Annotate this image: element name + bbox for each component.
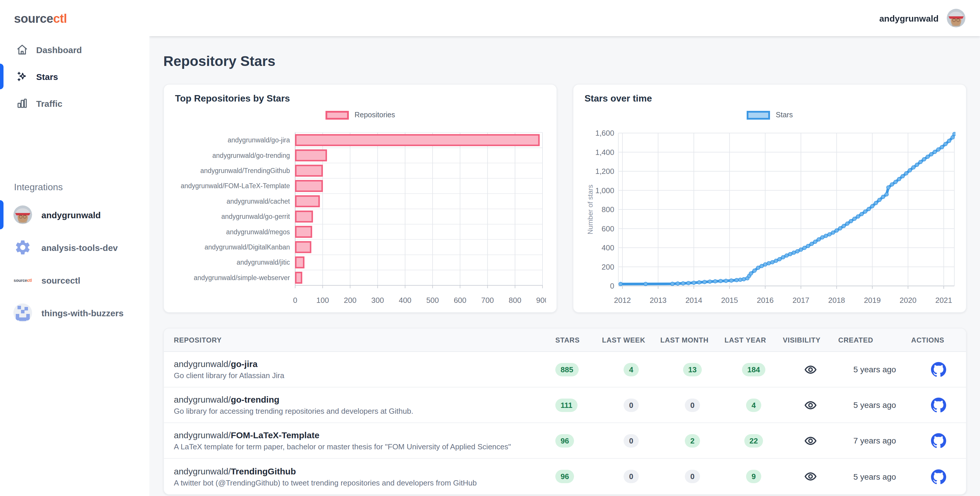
last-week-cell: 0 [602,434,660,447]
page-content: Repository Stars Top Repositories by Sta… [150,36,980,495]
svg-text:800: 800 [602,205,614,214]
repository-link[interactable]: andygrunwald/FOM-LaTeX-Template [174,430,555,440]
sidebar-item-label: Dashboard [36,45,82,54]
line-chart: 02004006008001,0001,2001,4001,6002012201… [584,121,956,313]
column-header-visibility: Visibility [783,336,838,344]
sidebar-item-traffic[interactable]: Traffic [0,90,150,117]
visibility-eye-icon[interactable] [804,363,817,376]
topbar: andygrunwald [150,0,980,36]
brand-logo[interactable]: sourcectl [0,0,150,36]
visibility-cell [783,363,838,376]
repository-description: A LaTeX template for term paper, bachelo… [174,442,555,451]
bar-andygrunwald/FOM-LaTeX-Template[interactable] [296,180,322,191]
visibility-eye-icon[interactable] [804,398,817,411]
bar-category-label: andygrunwald/go-jira [228,136,290,144]
created-cell: 5 years ago [838,365,911,374]
count-badge: 13 [683,363,702,376]
repository-link[interactable]: andygrunwald/go-trending [174,394,555,405]
bar-andygrunwald/jitic[interactable] [296,257,304,268]
bar-andygrunwald/go-jira[interactable] [296,135,539,145]
stars-line-series[interactable] [620,134,955,284]
line-chart-card: Stars over time Stars 02004006008001,000… [573,84,967,313]
last-week-cell: 4 [602,363,660,376]
column-header-actions: Actions [911,336,966,344]
legend-swatch-stars [747,110,770,119]
svg-text:800: 800 [509,296,521,305]
github-icon[interactable] [931,397,946,413]
github-icon[interactable] [931,362,946,377]
count-badge: 885 [555,363,578,376]
integration-item-things-with-buzzers[interactable]: things-with-buzzers [0,297,150,329]
svg-text:500: 500 [426,296,439,305]
svg-text:2015: 2015 [721,296,738,305]
integration-item-analysis-tools-dev[interactable]: analysis-tools-dev [0,231,150,264]
bar-andygrunwald/TrendingGithub[interactable] [296,166,322,176]
repository-description: Go library for accessing trending reposi… [174,407,555,415]
visibility-eye-icon[interactable] [804,470,817,483]
last-month-cell: 0 [660,398,724,411]
bar-category-label: andygrunwald/megos [226,228,290,236]
primary-nav: DashboardStarsTraffic [0,36,150,117]
bar-category-label: andygrunwald/cachet [227,198,290,205]
sidebar-item-label: Traffic [36,98,62,108]
last-year-cell: 9 [724,470,783,483]
github-icon[interactable] [931,469,946,484]
bar-chart-icon [16,97,28,109]
bar-chart-legend: Repositories [175,109,546,121]
svg-text:400: 400 [399,296,411,305]
repository-link[interactable]: andygrunwald/go-jira [174,359,555,369]
count-badge: 96 [555,434,574,447]
bar-andygrunwald/DigitalKanban[interactable] [296,242,310,252]
created-cell: 7 years ago [838,436,911,445]
svg-text:100: 100 [317,296,329,305]
repository-cell: andygrunwald/go-trendingGo library for a… [164,394,555,415]
bar-andygrunwald/go-trending[interactable] [296,150,326,161]
visibility-cell [783,470,838,483]
github-icon[interactable] [931,433,946,448]
integration-label: sourcectl [41,275,80,285]
count-badge: 9 [746,470,761,483]
last-month-cell: 13 [660,363,724,376]
sidebar-item-dashboard[interactable]: Dashboard [0,36,150,63]
bar-andygrunwald/cachet[interactable] [296,196,319,207]
table-header-row: RepositoryStarsLast weekLast monthLast y… [164,329,966,352]
integration-item-sourcectl[interactable]: sourcectlsourcectl [0,264,150,297]
sidebar-item-stars[interactable]: Stars [0,63,150,90]
column-header-stars: Stars [555,336,602,344]
sourcectl-mini-logo: sourcectl [14,278,32,282]
svg-text:2017: 2017 [792,296,810,305]
bar-category-label: andygrunwald/go-gerrit [221,213,290,220]
user-avatar[interactable] [947,9,966,27]
column-header-last-year: Last year [724,336,783,344]
count-badge: 184 [742,363,765,376]
svg-text:2021: 2021 [935,296,952,305]
svg-text:0: 0 [293,296,297,305]
actions-cell [911,433,966,448]
legend-label-repositories: Repositories [355,111,395,119]
main-area: andygrunwald Repository Stars Top Reposi… [150,0,980,496]
line-chart-legend: Stars [584,109,955,121]
integration-label: analysis-tools-dev [41,242,118,252]
bar-category-label: andygrunwald/FOM-LaTeX-Template [181,182,290,190]
svg-text:0: 0 [610,282,614,290]
table-row-TrendingGithub: andygrunwald/TrendingGithubA twitter bot… [164,459,966,494]
bar-andygrunwald/go-gerrit[interactable] [296,211,312,222]
stars-cell: 111 [555,398,602,411]
svg-text:1,200: 1,200 [595,167,614,175]
legend-label-stars: Stars [776,111,793,119]
last-week-cell: 0 [602,398,660,411]
bar-andygrunwald/simple-webserver[interactable] [296,273,302,283]
pixel-buzzers-icon [13,303,32,322]
count-badge: 0 [685,470,700,483]
stars-cell: 96 [555,434,602,447]
table-row-go-trending: andygrunwald/go-trendingGo library for a… [164,388,966,423]
svg-text:2013: 2013 [649,296,667,305]
svg-text:1,400: 1,400 [595,148,614,157]
repository-link[interactable]: andygrunwald/TrendingGithub [174,466,555,477]
visibility-eye-icon[interactable] [804,434,817,447]
bar-andygrunwald/megos[interactable] [296,227,312,237]
topbar-username[interactable]: andygrunwald [880,13,939,23]
svg-text:2014: 2014 [686,296,702,305]
integration-item-andygrunwald[interactable]: andygrunwald [0,198,150,231]
column-header-last-week: Last week [602,336,660,344]
